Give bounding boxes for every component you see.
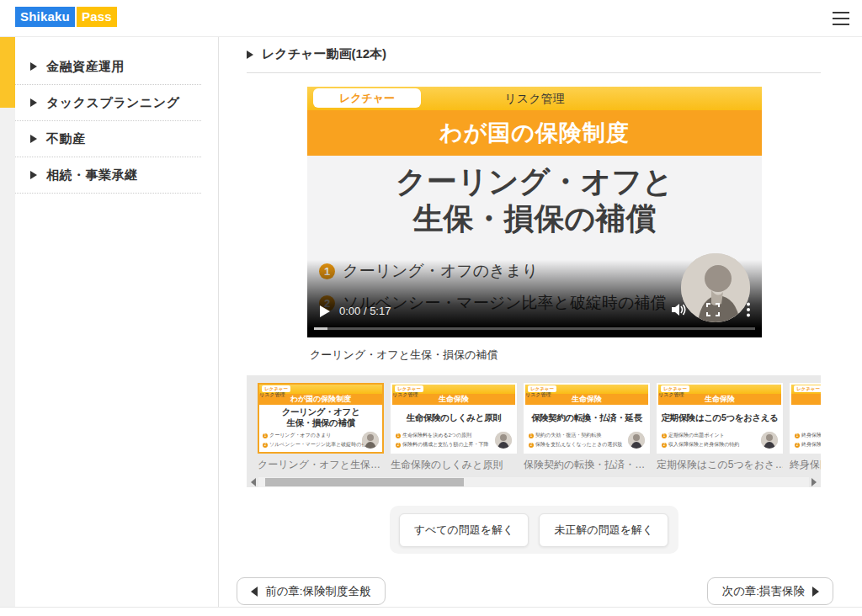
next-chapter-label: 次の章:損害保険	[721, 584, 805, 599]
hamburger-menu-icon[interactable]	[833, 12, 849, 25]
thumb-title: 生命保険のしくみと原則	[392, 405, 515, 430]
current-video-caption: クーリング・オフと生保・損保の補償	[310, 348, 833, 363]
video-thumb-cooling-off[interactable]: リスク管理レクチャー わが国の保険制度 クーリング・オフと 生保・損保の補償 1…	[258, 383, 384, 454]
section-title: レクチャー動画(12本)	[262, 46, 386, 62]
triangle-right-icon	[30, 171, 37, 179]
solve-incorrect-questions-button[interactable]: 未正解の問題を解く	[539, 513, 668, 547]
fullscreen-icon[interactable]	[706, 303, 720, 320]
carousel-scrollbar	[247, 477, 821, 487]
thumb-title: 保険契約の転換・払済・延長	[525, 405, 648, 430]
triangle-right-icon	[30, 62, 37, 71]
carousel-cell: リスク管理レクチャー 生命保険 保険契約の転換・払済・延長 1契約の失効・復活・…	[524, 383, 650, 472]
sidebar-item-label: タックスプランニング	[46, 95, 180, 111]
scrollbar-thumb[interactable]	[265, 478, 464, 486]
video-slide-title: クーリング・オフと 生保・損保の補償	[307, 163, 762, 237]
carousel-cell: リスク管理レクチャー わが国の保険制度 クーリング・オフと 生保・損保の補償 1…	[258, 383, 384, 472]
scroll-left-icon[interactable]	[251, 478, 256, 486]
video-thumb-contract-conversion[interactable]: リスク管理レクチャー 生命保険 保険契約の転換・払済・延長 1契約の失効・復活・…	[524, 383, 650, 454]
presenter-avatar	[761, 432, 778, 449]
logo-part-pass: Pass	[77, 7, 117, 27]
progress-bar[interactable]	[314, 327, 755, 330]
left-rail-active-indicator	[0, 37, 15, 108]
video-thumb-whole-life-insurance[interactable]: レクチャー 終身保険 1終身保険の 2終身保険とあ	[790, 383, 821, 454]
triangle-right-icon	[30, 135, 37, 143]
lecture-badge: レクチャー	[313, 88, 421, 108]
thumb-lecture-badge: レクチャー	[262, 385, 290, 392]
video-thumb-life-insurance-basics[interactable]: リスク管理レクチャー 生命保険 生命保険のしくみと原則 1生命保険料を決める2つ…	[391, 383, 517, 454]
sidebar-item-label: 相続・事業承継	[46, 167, 138, 183]
video-slide-topbar: リスク管理 レクチャー	[307, 87, 762, 110]
scrollbar-track[interactable]	[258, 477, 809, 487]
thumb-chapter	[791, 394, 821, 405]
prev-chapter-label: 前の章:保険制度全般	[265, 584, 371, 599]
thumb-category: リスク管理	[658, 392, 684, 397]
section-divider	[247, 72, 821, 73]
carousel-strip: リスク管理レクチャー わが国の保険制度 クーリング・オフと 生保・損保の補償 1…	[258, 383, 821, 472]
video-slide-body: クーリング・オフと 生保・損保の補償 1 クーリング・オフのきまり 2 ソルベン…	[307, 156, 762, 337]
main-content: レクチャー動画(12本) リスク管理 レクチャー わが国の保険制度 クーリング・…	[219, 37, 862, 607]
sidebar: 金融資産運用 タックスプランニング 不動産 相続・事業承継	[15, 37, 219, 607]
thumb-category: リスク管理	[525, 392, 551, 397]
sidebar-item-label: 不動産	[46, 131, 86, 147]
play-icon[interactable]	[320, 305, 330, 317]
carousel-cell: リスク管理レクチャー 生命保険 定期保険はこの5つをおさえる 1定期保険の出題ポ…	[657, 383, 783, 472]
thumb-lecture-badge: レクチャー	[661, 385, 689, 392]
thumb-lecture-badge: レクチャー	[528, 385, 556, 392]
sidebar-item-real-estate[interactable]: 不動産	[15, 121, 201, 157]
thumb-lecture-badge: レクチャー	[395, 385, 423, 392]
sidebar-item-financial-assets[interactable]: 金融資産運用	[15, 49, 201, 85]
thumb-title: 終身保険	[791, 405, 821, 430]
volume-icon[interactable]	[671, 303, 686, 320]
app-header: Shikaku Pass	[0, 0, 862, 37]
thumb-title: クーリング・オフと 生保・損保の補償	[259, 405, 382, 430]
thumb-title: 定期保険はこの5つをおさえる	[658, 405, 781, 430]
scroll-right-icon[interactable]	[811, 478, 817, 486]
logo-part-shikaku: Shikaku	[15, 7, 75, 27]
thumb-agenda: 1終身保険の 2終身保険とあ	[791, 430, 821, 452]
progress-elapsed	[314, 327, 327, 330]
thumb-caption: 保険契約の転換・払済・…	[524, 458, 650, 472]
chevron-right-icon	[812, 587, 819, 597]
thumb-caption: 定期保険はこの5つをおさ…	[657, 458, 783, 472]
time-display: 0:00 / 5:17	[339, 305, 391, 317]
video-thumb-term-insurance[interactable]: リスク管理レクチャー 生命保険 定期保険はこの5つをおさえる 1定期保険の出題ポ…	[657, 383, 783, 454]
thumb-caption: クーリング・オフと生保…	[258, 458, 384, 472]
triangle-right-icon	[30, 98, 37, 107]
thumb-lecture-badge: レクチャー	[794, 385, 821, 392]
sidebar-item-label: 金融資産運用	[46, 59, 125, 75]
solve-all-questions-button[interactable]: すべての問題を解く	[399, 513, 529, 547]
thumb-category: リスク管理	[259, 392, 285, 397]
next-chapter-button[interactable]: 次の章:損害保険	[707, 577, 833, 605]
left-rail	[0, 37, 15, 607]
sidebar-item-tax-planning[interactable]: タックスプランニング	[15, 85, 201, 121]
quiz-actions-panel: すべての問題を解く 未正解の問題を解く	[390, 506, 678, 554]
prev-chapter-button[interactable]: 前の章:保険制度全般	[237, 577, 386, 605]
video-controls: 0:00 / 5:17	[307, 299, 762, 337]
video-chapter-banner: わが国の保険制度	[307, 110, 762, 156]
logo[interactable]: Shikaku Pass	[15, 7, 117, 27]
thumb-caption: 生命保険のしくみと原則	[391, 458, 517, 472]
carousel-cell: レクチャー 終身保険 1終身保険の 2終身保険とあ 終身保険	[790, 383, 821, 472]
presenter-avatar	[628, 432, 645, 449]
video-player[interactable]: リスク管理 レクチャー わが国の保険制度 クーリング・オフと 生保・損保の補償 …	[307, 87, 762, 337]
presenter-avatar	[362, 432, 379, 449]
chevron-left-icon	[251, 587, 258, 597]
thumb-category: リスク管理	[392, 392, 418, 397]
video-thumbnail-carousel: リスク管理レクチャー わが国の保険制度 クーリング・オフと 生保・損保の補償 1…	[247, 375, 821, 487]
chapter-pager: 前の章:保険制度全般 次の章:損害保険	[237, 577, 833, 605]
presenter-avatar	[495, 432, 512, 449]
carousel-cell: リスク管理レクチャー 生命保険 生命保険のしくみと原則 1生命保険料を決める2つ…	[391, 383, 517, 472]
lecture-videos-section-toggle[interactable]: レクチャー動画(12本)	[247, 46, 833, 62]
thumb-caption: 終身保険	[790, 458, 821, 472]
content-row: 金融資産運用 タックスプランニング 不動産 相続・事業承継 レクチャー動画(12…	[0, 37, 862, 608]
triangle-right-icon	[247, 50, 253, 59]
sidebar-item-inheritance[interactable]: 相続・事業承継	[15, 157, 201, 194]
more-vertical-icon[interactable]	[747, 302, 750, 321]
